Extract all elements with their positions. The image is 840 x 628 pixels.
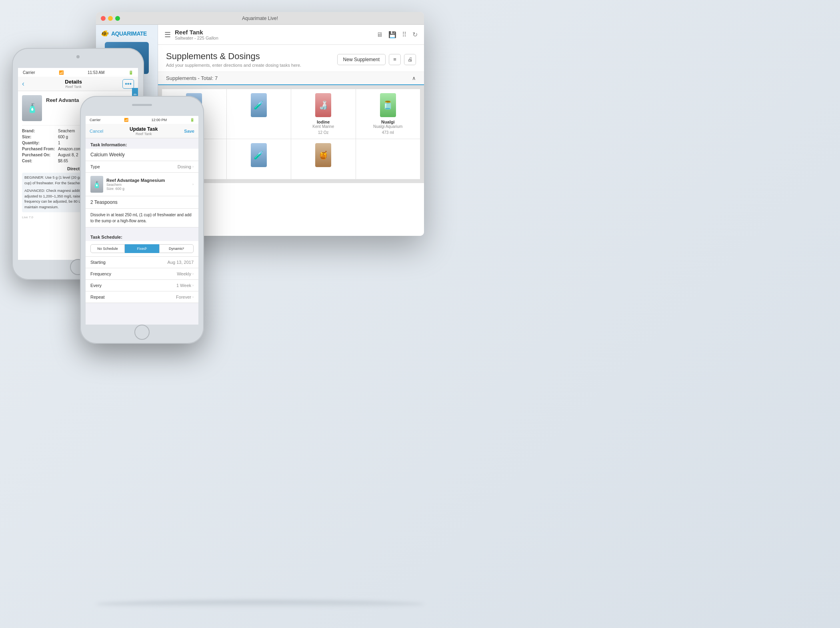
mac-window-controls[interactable] xyxy=(101,16,120,21)
supplement-card-2[interactable]: 🧪 xyxy=(227,89,291,139)
logo-text: AQUARIMATE xyxy=(111,30,147,37)
more-options-button[interactable]: ••• xyxy=(122,79,134,89)
back-nav-title: Details Reef Tank xyxy=(28,79,119,89)
supplement-mini-image: 🧴 xyxy=(90,176,103,193)
amount-field[interactable]: 2 Teaspoons xyxy=(86,196,198,209)
frequency-label: Frequency xyxy=(90,271,111,276)
menu-icon[interactable]: ☰ xyxy=(164,30,171,39)
page-title: Supplements & Dosings xyxy=(166,51,301,62)
cancel-button[interactable]: Cancel xyxy=(90,129,103,134)
repeat-chevron-icon: › xyxy=(192,295,194,299)
mac-titlebar: Aquarimate Live! xyxy=(96,12,424,25)
supplement-mini-name: Reef Advantage Magnesium xyxy=(106,178,189,183)
topbar-title: Reef Tank Saltwater - 225 Gallon xyxy=(175,29,372,40)
purchased-on-value: August 8, 2 xyxy=(58,153,78,157)
frequency-value: Weekly › xyxy=(177,271,194,276)
supplement-image-2: 🧪 xyxy=(251,93,267,117)
type-value: Dosing › xyxy=(178,164,194,169)
product-image: 🧴 xyxy=(22,95,42,121)
minimize-button[interactable] xyxy=(108,16,113,21)
supplements-total: Supplements - Total: 7 xyxy=(166,75,218,81)
page-subtitle: Add your supplements, enter directions a… xyxy=(166,63,301,68)
cost-value: $8.65 xyxy=(58,159,68,163)
task-form: Task Information: Calcium Weekly Type Do… xyxy=(86,138,198,325)
front-carrier: Carrier xyxy=(90,118,101,122)
topbar-icons: 🖥 💾 ⠿ ↻ xyxy=(376,31,418,38)
back-subtitle: Reef Tank xyxy=(28,85,119,89)
supplement-image-7: 🍯 xyxy=(315,143,331,167)
front-wifi-icon: 📶 xyxy=(124,118,128,122)
purchased-from-label: Purchased From: xyxy=(22,147,58,151)
supplement-card-4[interactable]: 🫙 Nualgi Nualgi Aquarium 473 ml xyxy=(356,89,420,139)
supplement-card-empty xyxy=(356,139,420,179)
content-header-left: Supplements & Dosings Add your supplemen… xyxy=(166,51,301,68)
back-navbar: ‹ Details Reef Tank ••• xyxy=(18,77,138,91)
starting-row[interactable]: Starting Aug 13, 2017 xyxy=(86,257,198,268)
iphone-front-home-button[interactable] xyxy=(134,325,150,340)
back-carrier: Carrier xyxy=(23,70,35,75)
schedule-buttons: No Schedule Fixed¹ Dynamic² xyxy=(86,241,198,257)
every-label: Every xyxy=(90,283,102,288)
tank-name: Reef Tank xyxy=(175,29,372,36)
back-time: 11:53 AM xyxy=(88,70,104,75)
app-logo: 🐠 AQUARIMATE xyxy=(96,25,158,42)
starting-value: Aug 13, 2017 xyxy=(168,260,194,265)
repeat-row[interactable]: Repeat Forever › xyxy=(86,291,198,303)
supplement-image-3: 🍶 xyxy=(315,93,331,117)
size-label: Size: xyxy=(22,135,58,139)
new-supplement-button[interactable]: New Supplement xyxy=(337,54,386,65)
supplement-card-3[interactable]: 🍶 Iodine Kent Marine 12 Oz xyxy=(291,89,356,139)
supplement-name-3: Iodine xyxy=(317,120,330,124)
every-row[interactable]: Every 1 Week › xyxy=(86,280,198,291)
list-view-button[interactable]: ≡ xyxy=(389,54,401,65)
repeat-value: Forever › xyxy=(176,295,194,299)
window-title: Aquarimate Live! xyxy=(242,16,278,21)
supplement-chevron-icon: › xyxy=(192,182,194,186)
supplement-brand-3: Kent Marine xyxy=(312,124,334,129)
directions-field[interactable]: Dissolve in at least 250 mL (1 cup) of f… xyxy=(86,209,198,227)
supplement-card-6[interactable]: 🧪 xyxy=(227,139,291,179)
repeat-label: Repeat xyxy=(90,295,104,299)
task-name-field[interactable]: Calcium Weekly xyxy=(86,149,198,161)
back-battery-icon: 🔋 xyxy=(128,70,133,75)
type-label: Type xyxy=(90,164,100,169)
back-title: Details xyxy=(28,79,119,85)
update-task-subtitle: Reef Tank xyxy=(103,132,184,136)
save-icon[interactable]: 💾 xyxy=(388,31,396,38)
back-chevron-icon[interactable]: ‹ xyxy=(22,80,24,88)
cost-label: Cost: xyxy=(22,159,58,163)
supplement-card-7[interactable]: 🍯 xyxy=(291,139,356,179)
save-button[interactable]: Save xyxy=(184,129,194,134)
print-button[interactable]: 🖨 xyxy=(404,54,416,65)
type-row[interactable]: Type Dosing › xyxy=(86,161,198,173)
maximize-button[interactable] xyxy=(115,16,120,21)
tank-subtitle: Saltwater - 225 Gallon xyxy=(175,36,372,40)
schedule-section-title: Task Schedule: xyxy=(86,231,198,241)
no-schedule-button[interactable]: No Schedule xyxy=(90,244,125,253)
type-chevron-icon: › xyxy=(192,165,194,169)
supplement-mini-info: Reef Advantage Magnesium Seachem Size: 6… xyxy=(106,178,189,191)
frequency-chevron-icon: › xyxy=(192,272,194,276)
form-divider xyxy=(86,227,198,231)
fixed-schedule-button[interactable]: Fixed¹ xyxy=(125,244,159,253)
refresh-icon[interactable]: ↻ xyxy=(412,31,418,38)
logo-fish-icon: 🐠 xyxy=(101,30,109,37)
collapse-icon[interactable]: ∧ xyxy=(412,75,416,81)
supplement-mini-brand: Seachem xyxy=(106,183,189,187)
brand-value: Seachem xyxy=(58,129,75,133)
supplement-mini-size: Size: 600 g xyxy=(106,187,189,191)
frequency-row[interactable]: Frequency Weekly › xyxy=(86,268,198,280)
dynamic-schedule-button[interactable]: Dynamic² xyxy=(159,244,194,253)
close-button[interactable] xyxy=(101,16,106,21)
front-battery-icon: 🔋 xyxy=(190,118,194,122)
front-navbar: Cancel Update Task Reef Tank Save xyxy=(86,124,198,138)
purchased-on-label: Purchased On: xyxy=(22,153,58,157)
purchased-from-value: Amazon.com xyxy=(58,147,81,151)
display-icon[interactable]: 🖥 xyxy=(376,31,383,38)
grid-icon[interactable]: ⠿ xyxy=(402,31,407,38)
iphone-front-speaker xyxy=(132,104,152,106)
brand-label: Brand: xyxy=(22,129,58,133)
every-chevron-icon: › xyxy=(192,283,194,287)
supplement-row[interactable]: 🧴 Reef Advantage Magnesium Seachem Size:… xyxy=(86,173,198,196)
quantity-value: 1 xyxy=(58,141,60,145)
